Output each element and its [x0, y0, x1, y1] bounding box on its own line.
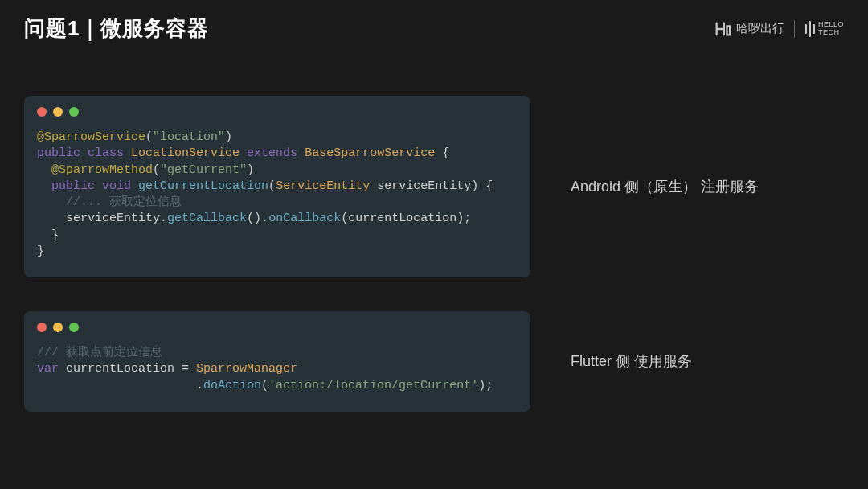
maximize-dot-icon	[69, 323, 79, 332]
flutter-code-block: /// 获取点前定位信息 var currentLocation = Sparr…	[24, 311, 530, 412]
close-dot-icon	[37, 323, 47, 332]
slide-content: @SparrowService("location") public class…	[0, 47, 868, 428]
minimize-dot-icon	[53, 107, 63, 117]
android-code-row: @SparrowService("location") public class…	[24, 96, 844, 277]
android-caption: Android 侧（原生） 注册服务	[571, 177, 844, 196]
window-controls	[24, 311, 530, 342]
hello-logo: 哈啰出行	[714, 20, 784, 38]
tech-logo-icon	[805, 21, 815, 37]
logo-divider	[794, 20, 795, 38]
slide-header: 问题1｜微服务容器 哈啰出行 HELLO TECH	[0, 0, 868, 47]
maximize-dot-icon	[69, 107, 79, 117]
android-code: @SparrowService("location") public class…	[24, 126, 530, 263]
minimize-dot-icon	[53, 323, 63, 332]
window-controls	[24, 96, 530, 126]
hello-logo-icon	[714, 20, 731, 38]
android-code-block: @SparrowService("location") public class…	[24, 96, 530, 277]
close-dot-icon	[37, 107, 47, 117]
flutter-code: /// 获取点前定位信息 var currentLocation = Sparr…	[24, 342, 530, 397]
flutter-code-row: /// 获取点前定位信息 var currentLocation = Sparr…	[24, 311, 844, 412]
slide-title: 问题1｜微服务容器	[24, 14, 209, 43]
flutter-caption: Flutter 侧 使用服务	[571, 351, 844, 371]
tech-logo-text: HELLO TECH	[818, 21, 844, 36]
hello-logo-text: 哈啰出行	[736, 21, 784, 36]
tech-logo: HELLO TECH	[805, 21, 844, 37]
logo-group: 哈啰出行 HELLO TECH	[714, 20, 844, 38]
